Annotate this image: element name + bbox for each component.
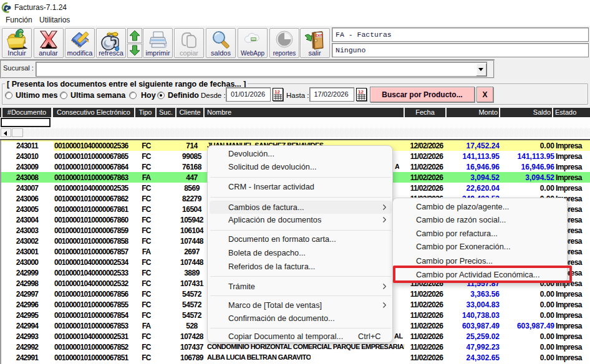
svg-text:$: $ <box>19 32 22 38</box>
svg-text:EXIT: EXIT <box>315 34 323 37</box>
svg-text:12: 12 <box>274 89 280 95</box>
svg-text:12: 12 <box>358 89 364 95</box>
